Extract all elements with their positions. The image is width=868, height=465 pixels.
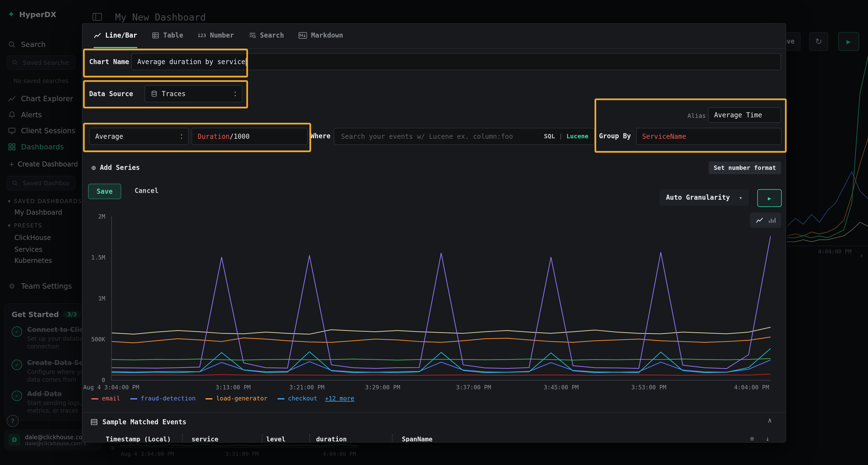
legend-label: checkout [288,395,317,402]
x-tick-label: 3:13:00 PM [216,384,250,391]
line-chart-icon[interactable] [756,217,763,224]
where-search-input[interactable]: SQL | Lucene [334,128,594,145]
legend-label: load-generator [216,395,268,402]
y-tick-label: 1M [98,295,105,302]
number-123-icon: 123 [197,33,206,38]
chart-editor-modal: Line/Bar Table 123 Number Search Markdow… [82,23,786,442]
field-expression-input[interactable]: Duration/1000 [191,128,308,145]
cancel-button[interactable]: Cancel [129,184,164,198]
y-tick-label: 1.5M [91,254,105,261]
collapse-section-icon[interactable]: ∧ [768,417,772,424]
x-tick-label: 3:45:00 PM [544,384,579,391]
chevron-down-icon: ▾ [739,194,742,200]
legend-label: fraud-detection [141,395,195,402]
legend-more-link[interactable]: +12 more [325,395,354,402]
menu-icon[interactable]: ≡ [750,435,754,442]
column-header-level[interactable]: level [266,435,285,442]
legend-item[interactable]: checkout [278,395,317,402]
where-label: Where [311,132,331,140]
column-separator [262,434,262,442]
line-chart-plot[interactable] [111,217,770,381]
chart-legend: emailfraud-detectionload-generatorchecko… [91,395,317,402]
save-button[interactable]: Save [88,184,121,199]
group-by-input[interactable]: ServiceName [636,128,782,145]
plus-circle-icon: ⊕ [91,163,96,172]
sql-toggle[interactable]: SQL [544,133,555,140]
column-header-service[interactable]: service [191,435,218,442]
database-icon [151,90,158,97]
lucene-toggle[interactable]: Lucene [566,133,588,140]
x-tick-label: 3:21:00 PM [289,384,324,391]
legend-dash [91,398,99,399]
column-header-spanname[interactable]: SpanName [402,435,433,442]
column-separator [309,434,310,442]
sample-events-title: Sample Matched Events [102,418,186,426]
text-cursor [246,58,246,66]
x-tick-label: 3:37:00 PM [456,384,491,391]
column-separator [182,434,183,442]
legend-dash [130,398,137,399]
chart-type-tabs: Line/Bar Table 123 Number Search Markdow… [83,24,785,49]
markdown-icon [299,32,307,39]
data-source-select[interactable]: Traces ▴▾ [145,85,242,102]
play-icon: ▶ [768,195,771,201]
divider [83,412,785,412]
tab-markdown[interactable]: Markdown [299,24,343,48]
legend-label: email [102,395,120,402]
group-by-label: Group By [599,132,631,140]
alias-label: Alias [688,112,706,120]
run-chart-button[interactable]: ▶ [757,189,782,207]
screen: ✦ HyperDX Search No saved searches Chart… [0,0,868,465]
y-axis-labels: 0500K1M1.5M2M [83,217,109,380]
where-search-field[interactable] [340,132,544,141]
bar-chart-icon[interactable] [768,217,775,224]
aggregation-select[interactable]: Average ▴▾ [89,128,189,145]
chart-name-label: Chart Name [89,58,129,66]
chart-display-toggle[interactable] [750,212,781,228]
alias-input[interactable]: Average Time [708,107,781,123]
legend-item[interactable]: fraud-detection [130,395,196,402]
list-search-icon [248,32,256,39]
x-tick-label: Aug 4 3:04:00 PM [83,384,139,391]
x-tick-label: 3:29:00 PM [365,384,400,391]
tab-line-bar[interactable]: Line/Bar [94,24,137,48]
y-tick-label: 2M [98,213,105,220]
column-separator [392,434,393,442]
legend-dash [206,398,213,399]
line-chart-icon [94,32,101,39]
table-icon [90,418,98,426]
divider: | [559,133,562,140]
legend-item[interactable]: load-generator [206,395,268,402]
set-number-format-button[interactable]: Set number format [709,161,781,174]
table-icon [152,32,159,39]
tab-search[interactable]: Search [248,24,284,48]
y-tick-label: 0 [102,377,105,384]
x-tick-label: 4:04:00 PM [734,384,769,391]
granularity-select[interactable]: Auto Granularity ▾ [659,189,749,206]
legend-dash [278,398,285,399]
chevrons-updown-icon: ▴▾ [180,133,183,140]
column-header-duration[interactable]: duration [316,435,347,442]
download-icon[interactable]: ↓ [766,435,770,442]
column-header-timestamp[interactable]: Timestamp (Local) [106,435,171,442]
add-series-button[interactable]: ⊕ Add Series [91,163,140,172]
x-axis-labels: Aug 4 3:04:00 PM3:13:00 PM3:21:00 PM3:29… [111,384,770,392]
data-source-label: Data Source [89,90,133,98]
legend-item[interactable]: email [91,395,120,402]
tab-number[interactable]: 123 Number [197,24,234,48]
x-tick-label: 3:53:00 PM [631,384,666,391]
tab-table[interactable]: Table [152,24,183,48]
chart-name-input[interactable]: Average duration by service [131,53,781,70]
y-tick-label: 500K [91,336,105,343]
chevrons-updown-icon: ▴▾ [234,90,237,97]
